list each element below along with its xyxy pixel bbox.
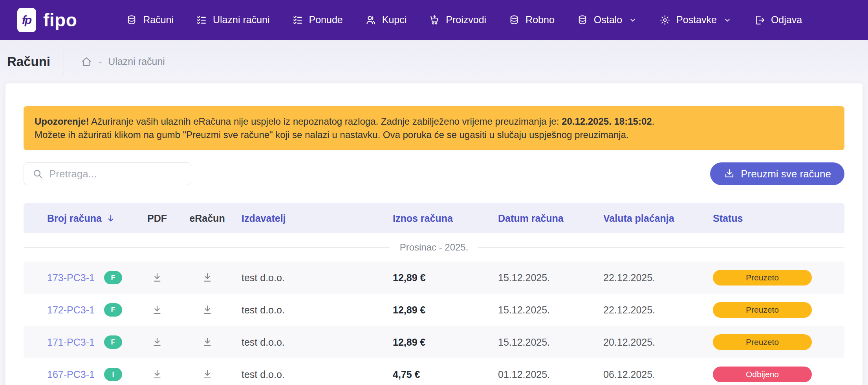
download-icon <box>151 304 163 316</box>
invoice-date-cell: 15.12.2025. <box>498 304 603 316</box>
invoice-date-cell: 01.12.2025. <box>498 369 603 380</box>
nav-item-label: Ponude <box>309 14 343 26</box>
nav-item-ponude[interactable]: Ponude <box>292 14 343 26</box>
table-body: 173-PC3-1 F test d.o.o. 12,89 € 15.12.20… <box>24 262 844 385</box>
invoice-number-link[interactable]: 167-PC3-1 <box>47 369 95 380</box>
search-box <box>24 162 191 185</box>
status-badge: Preuzeto <box>713 270 812 286</box>
download-icon <box>201 368 213 380</box>
table-row: 171-PC3-1 F test d.o.o. 12,89 € 15.12.20… <box>24 326 844 358</box>
table-row: 173-PC3-1 F test d.o.o. 12,89 € 15.12.20… <box>24 262 844 294</box>
download-icon <box>151 368 163 380</box>
top-navigation: fp fipo Računi Ulazni računi Ponude Kupc… <box>0 0 868 40</box>
amount-cell: 4,75 € <box>393 369 498 380</box>
warning-text1-suffix: . <box>652 116 655 127</box>
download-icon <box>151 336 163 348</box>
invoice-type-badge: F <box>104 335 122 349</box>
month-group-label: Prosinac - 2025. <box>400 242 469 253</box>
checklist-icon <box>196 14 207 26</box>
nav-item-racuni[interactable]: Računi <box>126 14 174 26</box>
issuer-cell: test d.o.o. <box>242 272 393 284</box>
logout-icon <box>754 14 765 26</box>
logo-mark: fp <box>17 8 36 32</box>
warning-timestamp: 20.12.2025. 18:15:02 <box>562 116 652 127</box>
nav-item-robno[interactable]: Robno <box>508 14 555 26</box>
nav-item-label: Kupci <box>382 14 407 26</box>
header-divider <box>64 49 64 75</box>
issuer-cell: test d.o.o. <box>242 369 393 380</box>
issuer-cell: test d.o.o. <box>242 337 393 348</box>
col-header-eracun: eRačun <box>173 213 242 224</box>
nav-item-label: Robno <box>526 14 555 26</box>
eracun-download-button[interactable] <box>200 270 215 285</box>
eracun-download-button[interactable] <box>200 335 215 350</box>
issuer-cell: test d.o.o. <box>242 304 393 316</box>
amount-cell: 12,89 € <box>393 272 498 284</box>
col-header-valuta-placanja[interactable]: Valuta plaćanja <box>603 213 713 224</box>
pdf-download-button[interactable] <box>150 367 165 382</box>
table-row: 172-PC3-1 F test d.o.o. 12,89 € 15.12.20… <box>24 294 844 326</box>
download-all-label: Preuzmi sve račune <box>741 168 831 180</box>
pdf-download-button[interactable] <box>150 335 165 350</box>
content-card: Upozorenje! Ažuriranje vaših ulaznih eRa… <box>5 83 863 385</box>
brand-name: fipo <box>43 9 77 31</box>
search-input[interactable] <box>24 162 191 185</box>
col-header-izdavatelj[interactable]: Izdavatelj <box>242 213 393 224</box>
payment-due-cell: 06.12.2025. <box>603 369 713 380</box>
amount-cell: 12,89 € <box>393 304 498 316</box>
invoice-number-link[interactable]: 173-PC3-1 <box>47 272 95 284</box>
invoice-number-link[interactable]: 172-PC3-1 <box>47 304 95 316</box>
invoice-type-badge: I <box>104 368 122 381</box>
nav-item-ulazni-racuni[interactable]: Ulazni računi <box>196 14 270 26</box>
col-header-datum-racuna[interactable]: Datum računa <box>498 213 603 224</box>
logo-monogram: fp <box>22 13 31 27</box>
nav-item-label: Odjava <box>771 14 802 26</box>
invoice-date-cell: 15.12.2025. <box>498 272 603 284</box>
nav-item-postavke[interactable]: Postavke <box>659 14 732 26</box>
download-icon <box>201 336 213 348</box>
checklist-icon <box>292 14 304 26</box>
download-all-button[interactable]: Preuzmi sve račune <box>710 162 844 185</box>
month-group-header: Prosinac - 2025. <box>24 233 844 262</box>
brand-logo[interactable]: fp fipo <box>17 8 77 32</box>
warning-text2: Možete ih ažurirati klikom na gumb "Preu… <box>35 129 628 140</box>
col-header-iznos-racuna[interactable]: Iznos računa <box>393 213 498 224</box>
download-icon <box>151 272 163 284</box>
table-row: 167-PC3-1 I test d.o.o. 4,75 € 01.12.202… <box>24 358 844 385</box>
pdf-download-button[interactable] <box>150 302 165 317</box>
nav-item-odjava[interactable]: Odjava <box>754 14 802 26</box>
payment-due-cell: 20.12.2025. <box>603 337 713 348</box>
chevron-down-icon <box>723 16 732 24</box>
breadcrumb-current: Ulazni računi <box>108 56 165 67</box>
users-icon <box>365 14 377 26</box>
nav-item-label: Postavke <box>676 14 717 26</box>
pdf-download-button[interactable] <box>150 270 165 285</box>
nav-item-ostalo[interactable]: Ostalo <box>577 14 637 26</box>
nav-item-label: Proizvodi <box>446 14 486 26</box>
table-toolbar: Preuzmi sve račune <box>24 162 844 185</box>
breadcrumb-separator: - <box>99 56 102 67</box>
eracun-download-button[interactable] <box>200 302 215 317</box>
download-icon <box>201 304 213 316</box>
invoice-date-cell: 15.12.2025. <box>498 337 603 348</box>
status-badge: Odbijeno <box>713 367 812 382</box>
col-header-status[interactable]: Status <box>713 213 844 224</box>
nav-item-kupci[interactable]: Kupci <box>365 14 407 26</box>
cart-icon <box>429 14 440 26</box>
payment-due-cell: 22.12.2025. <box>603 272 713 284</box>
payment-due-cell: 22.12.2025. <box>603 304 713 316</box>
status-badge: Preuzeto <box>713 302 812 318</box>
invoice-type-badge: F <box>104 303 122 317</box>
nav-item-label: Računi <box>143 14 174 26</box>
nav-item-label: Ulazni računi <box>213 14 270 26</box>
home-icon[interactable] <box>81 56 92 68</box>
col-header-broj-racuna[interactable]: Broj računa <box>24 213 141 224</box>
breadcrumb: - Ulazni računi <box>81 56 165 68</box>
nav-item-proizvodi[interactable]: Proizvodi <box>429 14 486 26</box>
warning-intro: Upozorenje! <box>35 116 89 127</box>
invoice-number-link[interactable]: 171-PC3-1 <box>47 337 95 348</box>
table-header-row: Broj računa PDF eRačun Izdavatelj Iznos … <box>24 203 844 233</box>
chevron-down-icon <box>628 16 637 24</box>
page-header: Računi - Ulazni računi <box>0 40 868 83</box>
eracun-download-button[interactable] <box>200 367 215 382</box>
